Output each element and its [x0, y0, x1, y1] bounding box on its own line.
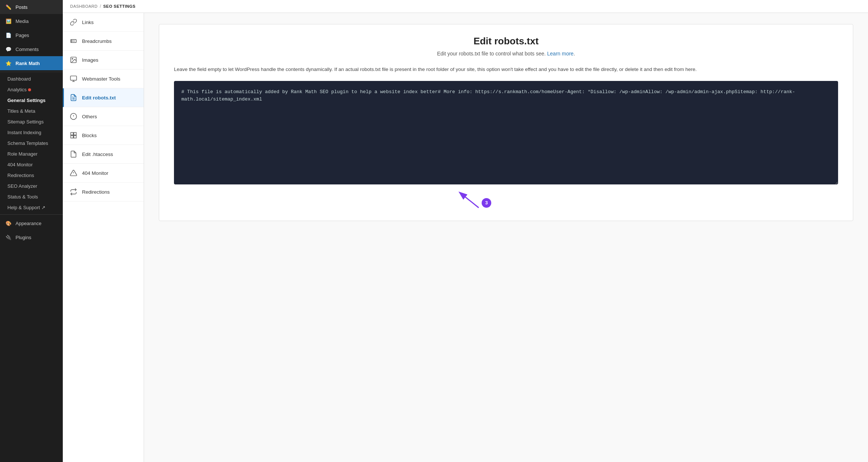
pages-icon: 📄	[5, 32, 12, 38]
sidebar-item-titles-meta[interactable]: Titles & Meta	[0, 106, 63, 116]
sec-sidebar-breadcrumbs[interactable]: Breadcrumbs	[63, 32, 144, 51]
appearance-icon: 🎨	[5, 220, 12, 227]
media-icon: 🖼️	[5, 18, 12, 24]
redirections-icon	[69, 188, 78, 196]
sidebar-item-role-manager[interactable]: Role Manager	[0, 149, 63, 159]
sidebar-item-comments[interactable]: 💬 Comments	[0, 42, 63, 56]
page-title: Edit robots.txt	[174, 35, 838, 47]
svg-rect-16	[74, 136, 76, 138]
webmaster-icon	[69, 75, 78, 83]
breadcrumb-current: SEO SETTINGS	[103, 4, 136, 9]
svg-rect-13	[71, 133, 74, 135]
images-icon	[69, 56, 78, 64]
secondary-sidebar: Links Breadcrumbs Images W	[63, 13, 144, 462]
svg-rect-4	[71, 76, 77, 81]
sec-sidebar-htaccess[interactable]: Edit .htaccess	[63, 145, 144, 164]
annotation-arrow3	[453, 189, 497, 210]
sidebar-item-appearance[interactable]: 🎨 Appearance	[0, 216, 63, 230]
sidebar-item-dashboard[interactable]: Dashboard	[0, 74, 63, 84]
sidebar-item-404-monitor[interactable]: 404 Monitor	[0, 159, 63, 170]
breadcrumb: DASHBOARD / SEO SETTINGS	[63, 0, 868, 13]
sidebar-item-status-tools[interactable]: Status & Tools	[0, 191, 63, 202]
links-icon	[69, 18, 78, 26]
content-panel: Edit robots.txt Edit your robots.txt fil…	[144, 13, 868, 462]
monitor-icon	[69, 169, 78, 177]
plugins-icon: 🔌	[5, 234, 12, 241]
left-sidebar: ✏️ Posts 🖼️ Media 📄 Pages 💬 Comments ⭐ R…	[0, 0, 63, 462]
sidebar-item-sitemap-settings[interactable]: Sitemap Settings	[0, 116, 63, 127]
posts-icon: ✏️	[5, 4, 12, 10]
breadcrumb-link[interactable]: DASHBOARD	[70, 4, 98, 9]
sidebar-item-rank-math[interactable]: ⭐ Rank Math 1	[0, 56, 63, 70]
sidebar-item-redirections[interactable]: Redirections	[0, 170, 63, 181]
sidebar-item-posts[interactable]: ✏️ Posts	[0, 0, 63, 14]
svg-point-3	[72, 58, 73, 60]
sec-sidebar-links[interactable]: Links	[63, 13, 144, 32]
svg-line-19	[460, 193, 479, 208]
sec-sidebar-redirections[interactable]: Redirections	[63, 183, 144, 201]
blocks-icon	[69, 131, 78, 139]
robots-textarea[interactable]	[174, 81, 838, 184]
sidebar-item-plugins[interactable]: 🔌 Plugins	[0, 230, 63, 244]
sidebar-item-media[interactable]: 🖼️ Media	[0, 14, 63, 28]
robots-wrapper: 3	[174, 81, 838, 210]
breadcrumb-separator: /	[100, 4, 101, 9]
sidebar-item-schema-templates[interactable]: Schema Templates	[0, 138, 63, 149]
sec-sidebar-blocks[interactable]: Blocks	[63, 126, 144, 145]
info-text: Leave the field empty to let WordPress h…	[174, 65, 838, 74]
main-content: DASHBOARD / SEO SETTINGS Links Breadcrum…	[63, 0, 868, 462]
sec-sidebar-images[interactable]: Images	[63, 51, 144, 69]
sidebar-item-instant-indexing[interactable]: Instant Indexing	[0, 127, 63, 138]
analytics-badge	[28, 88, 31, 91]
sidebar-item-seo-analyzer[interactable]: SEO Analyzer	[0, 181, 63, 191]
rank-math-icon: ⭐	[5, 60, 12, 67]
sidebar-item-help-support[interactable]: Help & Support ↗	[0, 202, 63, 213]
sec-sidebar-404[interactable]: 404 Monitor	[63, 164, 144, 183]
sidebar-item-pages[interactable]: 📄 Pages	[0, 28, 63, 42]
comments-icon: 💬	[5, 46, 12, 52]
inner-layout: Links Breadcrumbs Images W	[63, 13, 868, 462]
sidebar-item-general-settings[interactable]: General Settings	[0, 95, 63, 106]
annotation-step3: 3	[482, 198, 491, 208]
content-box: Edit robots.txt Edit your robots.txt fil…	[159, 24, 853, 221]
robots-icon	[69, 94, 78, 102]
learn-more-link[interactable]: Learn more	[547, 51, 574, 57]
sidebar-item-analytics[interactable]: Analytics	[0, 84, 63, 95]
svg-rect-15	[71, 136, 74, 138]
svg-rect-14	[74, 133, 76, 135]
htaccess-icon	[69, 150, 78, 158]
others-icon	[69, 112, 78, 120]
breadcrumbs-icon	[69, 37, 78, 45]
page-subtitle: Edit your robots.txt file to control wha…	[174, 51, 838, 57]
sec-sidebar-edit-robots[interactable]: Edit robots.txt 2	[63, 88, 144, 107]
sec-sidebar-others[interactable]: Others	[63, 107, 144, 126]
sec-sidebar-webmaster[interactable]: Webmaster Tools	[63, 69, 144, 88]
